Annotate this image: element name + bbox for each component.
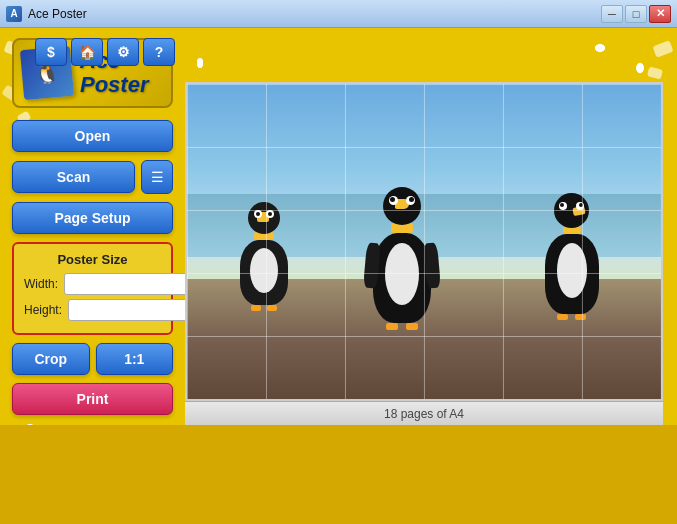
title-bar-left: A Ace Poster	[6, 6, 87, 22]
crop-ratio-row: Crop 1:1	[12, 343, 173, 375]
page-setup-button[interactable]: Page Setup	[12, 202, 173, 234]
width-row: Width: cm	[24, 273, 161, 295]
gear-icon: ⚙	[117, 44, 130, 60]
print-button[interactable]: Print	[12, 383, 173, 415]
sidebar: Ace Poster $ 🏠 ⚙ ? Open Scan ☰ Page Setu…	[0, 28, 185, 425]
title-controls: ─ □ ✕	[601, 5, 671, 23]
poster-size-title: Poster Size	[24, 252, 161, 267]
title-bar: A Ace Poster ─ □ ✕	[0, 0, 677, 28]
scan-row: Scan ☰	[12, 160, 173, 194]
maximize-button[interactable]: □	[625, 5, 647, 23]
scan-list-icon: ☰	[151, 169, 164, 185]
help-button[interactable]: ?	[143, 38, 175, 66]
settings-button[interactable]: ⚙	[107, 38, 139, 66]
scan-button[interactable]: Scan	[12, 161, 135, 193]
image-preview-wrapper	[185, 82, 663, 401]
crop-button[interactable]: Crop	[12, 343, 90, 375]
penguin-scene	[187, 84, 661, 399]
minimize-button[interactable]: ─	[601, 5, 623, 23]
app-body: Ace Poster $ 🏠 ⚙ ? Open Scan ☰ Page Setu…	[0, 28, 677, 425]
scan-options-button[interactable]: ☰	[141, 160, 173, 194]
poster-size-box: Poster Size Width: cm Height: cm	[12, 242, 173, 335]
home-button[interactable]: 🏠	[71, 38, 103, 66]
status-bar: 18 pages of A4	[185, 401, 663, 425]
home-icon: 🏠	[79, 44, 96, 60]
close-button[interactable]: ✕	[649, 5, 671, 23]
window-title: Ace Poster	[28, 7, 87, 21]
app-icon: A	[6, 6, 22, 22]
ratio-button[interactable]: 1:1	[96, 343, 174, 375]
dollar-button[interactable]: $	[35, 38, 67, 66]
top-toolbar: $ 🏠 ⚙ ?	[35, 38, 175, 66]
image-preview	[187, 84, 661, 399]
grid-overlay	[187, 84, 661, 399]
right-content: 18 pages of A4	[185, 28, 677, 425]
height-label: Height:	[24, 303, 62, 317]
width-label: Width:	[24, 277, 58, 291]
open-button[interactable]: Open	[12, 120, 173, 152]
status-text: 18 pages of A4	[384, 407, 464, 421]
height-row: Height: cm	[24, 299, 161, 321]
